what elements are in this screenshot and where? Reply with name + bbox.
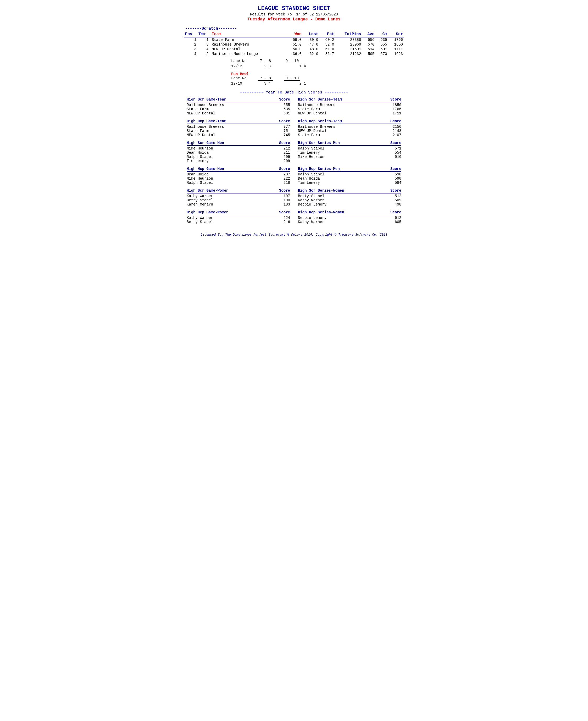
score-section-header: High Scr Series-TeamScore: [298, 98, 401, 102]
score-row: Kathy Warner224: [187, 216, 290, 220]
cell-team: NEW UP Dental: [211, 47, 287, 51]
score-entry-name: Ralph Stapel: [298, 146, 388, 151]
cell-won: 36.0: [287, 51, 302, 56]
fun-bowl-underline-2: 9 - 10: [284, 76, 300, 81]
score-entry-value: 1711: [388, 111, 401, 115]
score-row: Dean Hoida237: [187, 172, 290, 176]
score-row: Tim Lemery554: [298, 151, 401, 155]
cell-gm: 635: [375, 37, 388, 42]
score-entry-value: 1850: [388, 103, 401, 107]
score-row: Kathy Warner605: [298, 220, 401, 224]
score-row: Railhouse Brewers2156: [298, 125, 401, 129]
fun-bowl-underline-1: 7 - 8: [258, 76, 273, 81]
score-row: Ralph Stapel209: [187, 155, 290, 159]
score-entry-name: State Farm: [187, 129, 277, 133]
scores-grid: High Scr Game-TeamScoreRailhouse Brewers…: [187, 98, 401, 228]
score-section-header: High Hcp Series-WomenScore: [298, 210, 401, 215]
score-entry-name: Tim Lemery: [298, 181, 388, 185]
cell-ave: 556: [362, 37, 375, 42]
cell-totpins: 23388: [335, 37, 362, 42]
score-entry-value: 512: [388, 194, 401, 198]
cell-tm: 4: [197, 47, 211, 51]
lane-date-1212: 12/12: [231, 64, 242, 68]
results-line: Results for Week No. 14 of 32 12/05/2023: [184, 12, 404, 17]
score-entry-value: 554: [388, 151, 401, 155]
score-entry-value: 218: [277, 181, 290, 185]
score-entry-name: Mike Heurion: [187, 146, 277, 151]
score-entry-value: 601: [277, 111, 290, 115]
score-entry-name: Debbie Lemery: [298, 216, 388, 220]
score-entry-value: 745: [277, 133, 290, 137]
fun-bowl-lane-label: Lane No: [231, 76, 247, 80]
score-row: Betty Stapel216: [187, 220, 290, 224]
scratch-header: -------Scratch--------: [184, 26, 362, 31]
score-row: Karen Menard183: [187, 203, 290, 207]
cell-won: 50.0: [287, 47, 302, 51]
fun-bowl-teams2: 2 1: [299, 81, 306, 86]
score-entry-value: 777: [277, 125, 290, 129]
score-entry-name: Kathy Warner: [187, 194, 277, 198]
cell-lost: 39.0: [303, 37, 319, 42]
score-entry-name: Kathy Warner: [298, 198, 388, 203]
score-section-high_hcp_series_women: High Hcp Series-WomenScoreDebbie Lemery6…: [298, 210, 401, 224]
score-category-label: High Hcp Game-Team: [187, 119, 226, 123]
score-section-high_hcp_series_men: High Hcp Series-MenScoreRalph Stapel598D…: [298, 167, 401, 185]
score-section-header: High Scr Series-MenScore: [298, 141, 401, 146]
score-entry-value: 605: [388, 220, 401, 224]
score-entry-name: State Farm: [298, 133, 388, 137]
score-entry-name: Railhouse Brewers: [298, 125, 388, 129]
score-entry-value: 237: [277, 172, 290, 176]
score-category-label: High Hcp Series-Women: [298, 210, 344, 214]
table-row: 2 3 Railhouse Brewers 51.0 47.0 52.0 239…: [184, 42, 404, 47]
cell-ave: 570: [362, 42, 375, 47]
score-entry-value: 224: [277, 216, 290, 220]
score-section-high_hcp_game_men: High Hcp Game-MenScoreDean Hoida237Mike …: [187, 167, 290, 185]
score-entry-name: Tim Lemery: [298, 151, 388, 155]
score-column-label: Score: [279, 210, 290, 214]
score-section-high_scr_game_men: High Scr Game-MenScoreMike Heurion212Dea…: [187, 141, 290, 163]
score-entry-value: 222: [277, 176, 290, 181]
col-team: Team: [211, 31, 287, 37]
score-entry-value: 2156: [388, 125, 401, 129]
score-row: Betty Stapel512: [298, 194, 401, 198]
col-totpins: TotPins: [335, 31, 362, 37]
score-entry-value: 571: [388, 146, 401, 151]
score-row: Kathy Warner509: [298, 198, 401, 203]
score-row: State Farm751: [187, 129, 290, 133]
lane-underline-1: 7 - 8: [258, 59, 273, 63]
ytd-title: ---------- Year To Date High Scores ----…: [184, 90, 404, 95]
score-section-high_scr_game_team: High Scr Game-TeamScoreRailhouse Brewers…: [187, 98, 290, 115]
score-column-label: Score: [390, 141, 401, 145]
score-row: Railhouse Brewers777: [187, 125, 290, 129]
cell-pct: 52.0: [319, 42, 335, 47]
score-entry-value: 212: [277, 146, 290, 151]
col-pct: Pct: [319, 31, 335, 37]
cell-won: 51.0: [287, 42, 302, 47]
score-section-high_scr_game_women: High Scr Game-WomenScoreKathy Warner197B…: [187, 189, 290, 207]
cell-pos: 3: [184, 47, 197, 51]
cell-pct: 36.7: [319, 51, 335, 56]
score-row: NEW UP Dental1711: [298, 111, 401, 115]
score-row: Betty Stapel190: [187, 198, 290, 203]
score-column-label: Score: [390, 98, 401, 102]
cell-pct: 60.2: [319, 37, 335, 42]
score-column-label: Score: [390, 167, 401, 171]
score-entry-name: Railhouse Brewers: [187, 103, 277, 107]
score-entry-value: 635: [277, 107, 290, 111]
score-row: Ralph Stapel571: [298, 146, 401, 151]
score-row: Dean Hoida590: [298, 176, 401, 181]
score-row: NEW UP Dental2148: [298, 129, 401, 133]
score-entry-name: Karen Menard: [187, 203, 277, 207]
score-category-label: High Scr Series-Team: [298, 98, 342, 102]
col-ser: Ser: [388, 31, 404, 37]
score-entry-value: 2107: [388, 133, 401, 137]
score-entry-name: Mike Heurion: [187, 176, 277, 181]
footer: Licensed To: The Dome Lanes Perfect Secr…: [184, 233, 404, 237]
lane-teams2-1212: 1 4: [299, 64, 306, 68]
score-row: Ralph Stapel598: [298, 172, 401, 176]
score-category-label: High Hcp Series-Team: [298, 119, 342, 123]
score-entry-value: 612: [388, 216, 401, 220]
lane-underline-2: 9 - 10: [284, 59, 300, 63]
score-category-label: High Hcp Game-Men: [187, 167, 224, 171]
score-column-label: Score: [279, 119, 290, 123]
